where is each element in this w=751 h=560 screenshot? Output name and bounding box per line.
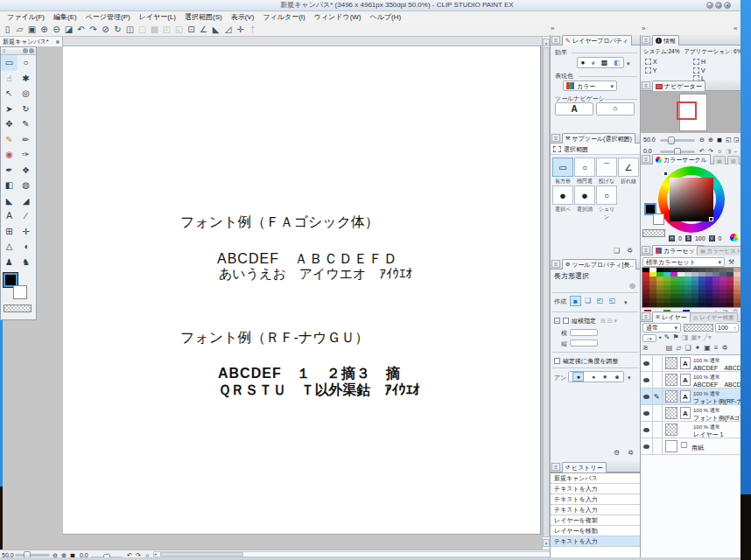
rotate-icon[interactable]: ↻ [112, 24, 123, 35]
colorslider-tab[interactable]: ▤ [713, 156, 726, 164]
airbrush-tool[interactable]: ◉ [1, 147, 18, 163]
aa-middle-icon[interactable]: ● [603, 373, 607, 381]
dock2-collapse-icon[interactable]: » [642, 24, 645, 33]
layer-visible-icon[interactable] [643, 428, 649, 432]
create-subtract-icon[interactable]: ◰ [594, 296, 606, 306]
layer-row[interactable]: A100 % 通常ABCDEF ABCDE [641, 355, 741, 372]
lock-layer-icon[interactable]: ▪ [659, 333, 662, 342]
aa-dropdown-icon[interactable]: ▾ [628, 374, 631, 382]
history-item[interactable]: レイヤーを移動 [551, 526, 641, 536]
lock-transparent-icon[interactable]: ✎ [664, 333, 670, 342]
navigator-zoomin-icon[interactable]: ⊕ [708, 136, 713, 144]
toolprop-menu-icon[interactable]: ≡ [551, 260, 560, 268]
hscroll-left-arrow[interactable]: ◂ [154, 552, 159, 556]
subtool-2[interactable]: ⌒ [596, 158, 617, 177]
dock1-collapse-icon[interactable]: » [551, 24, 554, 33]
menu-page[interactable]: ページ管理(P) [86, 12, 130, 22]
merge-layer-icon[interactable]: ✦ [695, 344, 701, 353]
blend-mode-dropdown[interactable]: 通常▾ [642, 323, 681, 332]
menu-help[interactable]: ヘルプ(H) [370, 12, 402, 22]
palette-swatch[interactable] [705, 303, 712, 307]
layer-stack-icon[interactable]: ≋ [642, 344, 649, 353]
canvas-page[interactable]: フォント例（ＦＡゴシック体） ABCDEF ＡＢＣＤＥＦＤ あいうえお アイウエ… [63, 46, 541, 535]
dock-expand-icon[interactable]: « [733, 24, 737, 33]
menu-filter[interactable]: フィルター(I) [263, 12, 305, 22]
layer-visible-icon[interactable] [643, 444, 649, 449]
aa-none-icon[interactable]: ● [572, 372, 584, 382]
subtool-add-icon[interactable]: ❏ [614, 247, 620, 256]
border-select-icon[interactable]: ⊡ [186, 24, 197, 35]
aa-weak-icon[interactable]: ● [592, 374, 595, 380]
figure-tool[interactable]: ∕ [18, 208, 34, 224]
colormixer-tab[interactable]: ▥ [727, 156, 740, 164]
history-item[interactable]: 新規キャンバス [551, 473, 641, 484]
brush-tool[interactable]: ✑ [18, 147, 34, 163]
palette-swatch[interactable] [663, 303, 670, 307]
auto-select-tool[interactable]: ✱ [18, 71, 34, 87]
menu-edit[interactable]: 編集(E) [53, 12, 77, 22]
delete-layer-icon[interactable]: ♽ [722, 344, 728, 353]
palette-close-icon[interactable] [29, 48, 34, 53]
setting2-icon[interactable]: ╱▾ [704, 333, 712, 342]
subtool-1[interactable]: ○ [574, 158, 595, 177]
aa-strong-icon[interactable]: ● [614, 373, 619, 382]
create-new-icon[interactable]: ■ [570, 296, 581, 306]
effect-tone-icon[interactable]: ◕ [591, 59, 595, 66]
navigator-fit-icon[interactable]: ◱ [726, 136, 732, 144]
layer-row[interactable]: ▢用紙 [641, 438, 741, 455]
layer-move-tool[interactable]: ✛ [18, 224, 34, 240]
select-pen-tool[interactable]: ♞ [18, 255, 34, 270]
marker-tool[interactable]: ✎ [1, 132, 18, 148]
mask-icon[interactable]: ∠ [198, 24, 209, 35]
watercolor-tool[interactable]: ✒ [1, 163, 18, 178]
aspect-collapse-icon[interactable]: − [554, 318, 560, 324]
palette-menu-icon[interactable]: ≡ [3, 48, 6, 53]
layer-row[interactable]: 100 % 通常レイヤー 1 [641, 422, 741, 438]
menu-select[interactable]: 選択範囲(S) [185, 12, 222, 22]
effect-dropdown-icon[interactable]: ▾ [627, 60, 630, 67]
palette-swatch[interactable] [698, 303, 705, 307]
reselect-icon[interactable]: ▩ [149, 24, 160, 35]
wheel-bg-swatch[interactable] [653, 214, 664, 225]
navigator-tab[interactable]: ナビゲーター [652, 80, 705, 91]
subtool-3[interactable]: ∠ [618, 158, 639, 177]
menu-window[interactable]: ウィンドウ(W) [314, 12, 361, 22]
rect-select-tool[interactable]: ▭ [1, 55, 18, 71]
hscroll-thumb[interactable] [160, 552, 243, 556]
layer-visible-icon[interactable] [643, 411, 649, 416]
subtool-4[interactable]: ● [552, 186, 573, 205]
snap-special-icon[interactable]: ◿ [222, 24, 234, 35]
flip-icon[interactable]: ◫ [124, 24, 136, 35]
subtool-tab[interactable]: ⚒ サブツール(選択範囲) [562, 133, 635, 144]
color-palette-grid[interactable] [642, 267, 741, 308]
height-input[interactable] [570, 340, 598, 346]
layer-property-menu-icon[interactable]: ≡ [551, 36, 560, 44]
navigator-zoom-slider[interactable] [660, 139, 695, 142]
history-menu-icon[interactable]: ≡ [551, 463, 560, 471]
aspect-checkbox[interactable] [563, 318, 569, 324]
toolprop-default-icon[interactable]: ♽ [628, 449, 634, 458]
create-dropdown-icon[interactable]: ▾ [624, 298, 628, 306]
layer-row[interactable]: ✎A100 % 通常フォント例(RF-ナウ [641, 388, 741, 405]
background-color-swatch[interactable] [13, 285, 27, 299]
save-icon[interactable]: ▣ [26, 24, 38, 35]
snap-grid-icon[interactable]: ✛ [235, 24, 246, 35]
colorwheel-tab[interactable]: カラーサークル [652, 154, 711, 164]
history-item[interactable]: レイヤーを複製 [551, 515, 641, 526]
mask-layer-icon[interactable]: ▣ [704, 344, 711, 353]
layer-visible-icon[interactable] [643, 378, 649, 382]
object-tool[interactable]: ➤ [1, 102, 18, 117]
transparent-color-swatch[interactable] [4, 304, 32, 312]
layers-tab[interactable]: ≋ レイヤー [652, 312, 691, 322]
sv-marker[interactable] [709, 217, 713, 221]
navigator-menu-icon[interactable]: ≡ [642, 81, 650, 89]
pencil-tool[interactable]: ✏ [18, 132, 34, 148]
navigator-view-rect[interactable] [677, 102, 697, 120]
menu-file[interactable]: ファイル(F) [7, 12, 45, 22]
subtool-6[interactable]: ○ [596, 186, 617, 205]
layer-visible-icon[interactable] [643, 395, 649, 399]
toolprop-search-icon[interactable]: ◎ [629, 282, 635, 290]
expand-select-icon[interactable]: ◱ [173, 24, 185, 35]
stamp-tool[interactable]: ♟ [1, 255, 18, 270]
layer-search-tab[interactable]: ◎レイヤー検索 [690, 312, 738, 322]
